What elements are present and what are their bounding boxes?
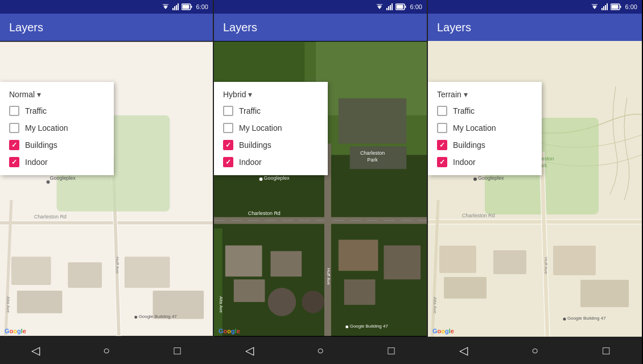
layers-panel-hybrid: Hybrid ▾ Traffic My Location Buildings I… — [214, 82, 328, 175]
back-button-hybrid[interactable]: ◁ — [238, 339, 261, 362]
nav-bar-hybrid: ◁ ○ □ — [214, 337, 427, 364]
traffic-checkbox-terrain[interactable] — [437, 106, 447, 116]
checkbox-traffic-hybrid[interactable]: Traffic — [214, 102, 328, 119]
svg-rect-75 — [603, 6, 604, 10]
mylocation-checkbox-terrain[interactable] — [437, 123, 447, 133]
buildings-label-terrain: Buildings — [453, 140, 485, 150]
svg-rect-57 — [384, 245, 421, 279]
checkbox-indoor-hybrid[interactable]: Indoor — [214, 154, 328, 171]
svg-rect-95 — [553, 246, 596, 275]
svg-point-71 — [345, 325, 348, 328]
svg-rect-37 — [390, 5, 391, 10]
mylocation-label-normal: My Location — [25, 123, 68, 133]
nav-bar-terrain: ◁ ○ □ — [428, 337, 642, 364]
buildings-checkbox-terrain[interactable] — [437, 140, 447, 150]
recents-button-hybrid[interactable]: □ — [380, 339, 403, 362]
map-type-dropdown-normal[interactable]: Normal ▾ — [0, 86, 114, 102]
svg-rect-19 — [11, 257, 51, 285]
map-area-terrain: Charleston Rd Huff Ave Alta Ave Charlest… — [428, 41, 642, 337]
home-button-normal[interactable]: ○ — [95, 339, 118, 362]
svg-rect-55 — [270, 251, 302, 276]
checkbox-buildings-terrain[interactable]: Buildings — [428, 136, 542, 154]
svg-text:Charleston Rd: Charleston Rd — [248, 210, 281, 216]
buildings-checkbox-hybrid[interactable] — [223, 140, 233, 150]
svg-point-32 — [134, 316, 137, 318]
checkbox-buildings-normal[interactable]: Buildings — [0, 136, 114, 154]
dropdown-arrow-normal: ▾ — [37, 90, 41, 99]
map-type-label-hybrid: Hybrid — [223, 90, 246, 99]
map-type-dropdown-hybrid[interactable]: Hybrid ▾ — [214, 86, 328, 102]
svg-rect-56 — [339, 240, 378, 271]
svg-text:Alta Ave: Alta Ave — [6, 296, 11, 313]
svg-text:Huff Ave: Huff Ave — [543, 257, 549, 275]
battery-icon-hybrid — [395, 3, 407, 10]
svg-rect-4 — [176, 5, 177, 10]
recents-button-terrain[interactable]: □ — [595, 339, 617, 362]
back-button-terrain[interactable]: ◁ — [452, 339, 475, 362]
svg-rect-3 — [174, 6, 175, 10]
map-type-dropdown-terrain[interactable]: Terrain ▾ — [428, 86, 542, 102]
mylocation-checkbox-normal[interactable] — [9, 123, 19, 133]
checkbox-mylocation-normal[interactable]: My Location — [0, 119, 114, 136]
svg-rect-54 — [225, 245, 262, 276]
svg-text:Park: Park — [367, 157, 378, 163]
wifi-icon — [161, 3, 170, 10]
svg-rect-36 — [388, 6, 389, 10]
map-area-normal: Charleston Rd Huff Ave Alta Ave Charlest… — [0, 41, 213, 337]
checkbox-buildings-hybrid[interactable]: Buildings — [214, 136, 328, 154]
mylocation-label-hybrid: My Location — [239, 123, 282, 133]
back-button-normal[interactable]: ◁ — [24, 339, 47, 362]
checkbox-traffic-terrain[interactable]: Traffic — [428, 102, 542, 119]
home-button-hybrid[interactable]: ○ — [309, 339, 332, 362]
panel-hybrid: 6:00 Layers — [214, 0, 428, 364]
checkbox-mylocation-hybrid[interactable]: My Location — [214, 119, 328, 136]
status-icons-terrain: 6:00 — [590, 3, 637, 10]
checkbox-indoor-normal[interactable]: Indoor — [0, 154, 114, 171]
home-button-terrain[interactable]: ○ — [524, 339, 546, 362]
svg-rect-8 — [182, 5, 189, 9]
traffic-checkbox-hybrid[interactable] — [223, 106, 233, 116]
svg-rect-58 — [234, 279, 265, 302]
indoor-label-hybrid: Indoor — [239, 158, 262, 167]
svg-rect-74 — [601, 8, 603, 10]
indoor-checkbox-terrain[interactable] — [437, 157, 447, 167]
svg-rect-96 — [580, 280, 629, 307]
map-type-label-normal: Normal — [9, 90, 35, 99]
svg-point-69 — [259, 177, 263, 181]
svg-rect-92 — [439, 246, 476, 273]
svg-rect-35 — [386, 8, 388, 10]
checkbox-indoor-terrain[interactable]: Indoor — [428, 154, 542, 171]
traffic-checkbox-normal[interactable] — [9, 106, 19, 116]
svg-rect-62 — [214, 229, 222, 336]
app-title-terrain: Layers — [437, 21, 471, 34]
layers-panel-terrain: Terrain ▾ Traffic My Location Buildings … — [428, 82, 542, 175]
mylocation-checkbox-hybrid[interactable] — [223, 123, 233, 133]
status-bar-terrain: 6:00 — [428, 0, 642, 14]
status-bar-normal: 6:00 — [0, 0, 213, 14]
svg-text:Charleston: Charleston — [360, 150, 385, 156]
svg-point-103 — [473, 177, 477, 181]
indoor-checkbox-normal[interactable] — [9, 157, 19, 167]
status-icons: 6:00 — [161, 3, 208, 10]
mylocation-label-terrain: My Location — [453, 123, 496, 133]
svg-text:Huff Ave: Huff Ave — [326, 268, 331, 285]
signal-icon-hybrid — [386, 3, 393, 10]
indoor-checkbox-hybrid[interactable] — [223, 157, 233, 167]
checkbox-mylocation-terrain[interactable]: My Location — [428, 119, 542, 136]
svg-marker-73 — [591, 4, 598, 7]
buildings-checkbox-normal[interactable] — [9, 140, 19, 150]
wifi-icon-hybrid — [375, 3, 384, 10]
recents-button-normal[interactable]: □ — [166, 339, 189, 362]
app-bar-normal: Layers — [0, 14, 213, 41]
battery-icon-terrain — [611, 3, 622, 10]
status-bar-hybrid: 6:00 — [214, 0, 427, 14]
layers-panel-normal: Normal ▾ Traffic My Location Buildings I… — [0, 82, 114, 175]
signal-icon-terrain — [601, 3, 608, 10]
svg-rect-5 — [178, 3, 179, 10]
svg-rect-7 — [191, 6, 192, 8]
svg-text:Googleplex: Googleplex — [264, 175, 290, 181]
svg-text:Google Building 47: Google Building 47 — [350, 324, 389, 329]
map-area-hybrid: Charleston Rd Huff Ave Alta Ave Charlest… — [214, 41, 427, 337]
checkbox-traffic-normal[interactable]: Traffic — [0, 102, 114, 119]
svg-rect-45 — [214, 42, 304, 87]
